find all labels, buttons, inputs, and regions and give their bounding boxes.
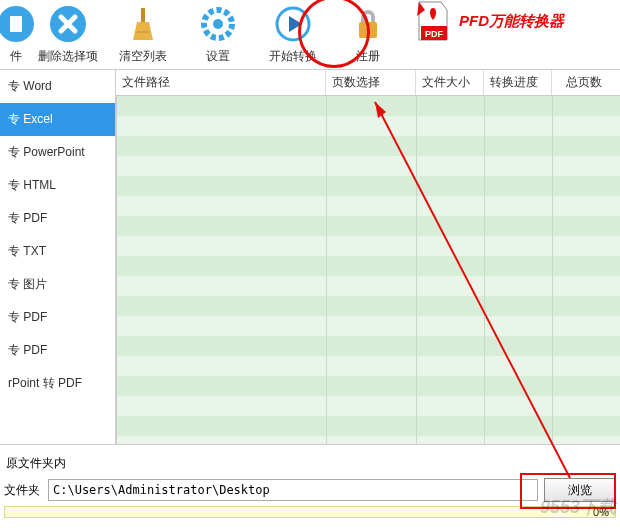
sidebar-item-word[interactable]: 专 Word bbox=[0, 70, 115, 103]
toolbar-file[interactable]: 件 bbox=[2, 0, 30, 65]
watermark: 9553下载 bbox=[540, 495, 616, 519]
sidebar-item-txt[interactable]: 专 TXT bbox=[0, 235, 115, 268]
th-total[interactable]: 总页数 bbox=[552, 70, 608, 95]
toolbar-label: 注册 bbox=[356, 48, 380, 65]
sidebar-item-rpoint[interactable]: rPoint 转 PDF bbox=[0, 367, 115, 400]
table-body[interactable] bbox=[116, 96, 620, 444]
toolbar-clear[interactable]: 清空列表 bbox=[105, 0, 180, 65]
table-header: 文件路径 页数选择 文件大小 转换进度 总页数 bbox=[116, 70, 620, 96]
toolbar-label: 件 bbox=[10, 48, 22, 65]
th-path[interactable]: 文件路径 bbox=[116, 70, 326, 95]
svg-rect-7 bbox=[359, 22, 377, 38]
brand-text: PFD万能转换器 bbox=[459, 12, 564, 31]
th-pages[interactable]: 页数选择 bbox=[326, 70, 416, 95]
sidebar-item-pdf2[interactable]: 专 PDF bbox=[0, 301, 115, 334]
th-progress[interactable]: 转换进度 bbox=[484, 70, 552, 95]
sidebar-item-html[interactable]: 专 HTML bbox=[0, 169, 115, 202]
bottom-panel: 原文件夹内 文件夹 浏览 0% bbox=[0, 445, 620, 524]
brand: PDF PFD万能转换器 bbox=[413, 0, 564, 42]
file-table: 文件路径 页数选择 文件大小 转换进度 总页数 bbox=[116, 70, 620, 444]
toolbar-label: 清空列表 bbox=[119, 48, 167, 65]
folder-row-label: 文件夹 bbox=[4, 482, 42, 499]
output-path-input[interactable] bbox=[48, 479, 538, 501]
svg-point-4 bbox=[213, 19, 223, 29]
toolbar-register[interactable]: 注册 bbox=[330, 0, 405, 65]
sidebar-item-powerpoint[interactable]: 专 PowerPoint bbox=[0, 136, 115, 169]
output-mode-label: 原文件夹内 bbox=[6, 455, 616, 472]
sidebar: 专 Word 专 Excel 专 PowerPoint 专 HTML 专 PDF… bbox=[0, 70, 116, 444]
sidebar-item-excel[interactable]: 专 Excel bbox=[0, 103, 115, 136]
svg-rect-1 bbox=[10, 16, 22, 32]
toolbar-settings[interactable]: 设置 bbox=[180, 0, 255, 65]
play-icon bbox=[271, 2, 315, 46]
sidebar-item-pdf[interactable]: 专 PDF bbox=[0, 202, 115, 235]
lock-icon bbox=[346, 2, 390, 46]
progress-bar: 0% bbox=[4, 506, 616, 518]
sidebar-item-image[interactable]: 专 图片 bbox=[0, 268, 115, 301]
settings-icon bbox=[196, 2, 240, 46]
delete-icon bbox=[46, 2, 90, 46]
toolbar-label: 设置 bbox=[206, 48, 230, 65]
clear-icon bbox=[121, 2, 165, 46]
th-size[interactable]: 文件大小 bbox=[416, 70, 484, 95]
pdf-icon: PDF bbox=[413, 0, 453, 42]
sidebar-item-pdf3[interactable]: 专 PDF bbox=[0, 334, 115, 367]
toolbar-delete[interactable]: 删除选择项 bbox=[30, 0, 105, 65]
svg-text:PDF: PDF bbox=[425, 29, 444, 39]
toolbar-start[interactable]: 开始转换 bbox=[255, 0, 330, 65]
toolbar-label: 删除选择项 bbox=[38, 48, 98, 65]
toolbar-label: 开始转换 bbox=[269, 48, 317, 65]
main-area: 专 Word 专 Excel 专 PowerPoint 专 HTML 专 PDF… bbox=[0, 70, 620, 445]
toolbar: 件 删除选择项 清空列表 设置 开始转换 注册 PDF PFD万能转换器 bbox=[0, 0, 620, 70]
